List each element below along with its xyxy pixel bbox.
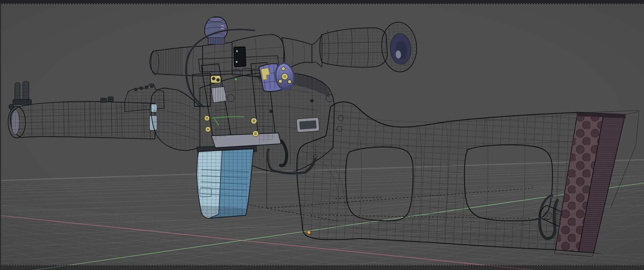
- application-window: [0, 0, 644, 270]
- bottom-strip: [0, 266, 644, 270]
- viewport-3d[interactable]: [0, 0, 644, 270]
- vignette: [0, 3, 644, 266]
- top-bar: [0, 0, 644, 3]
- left-border: [0, 3, 1, 270]
